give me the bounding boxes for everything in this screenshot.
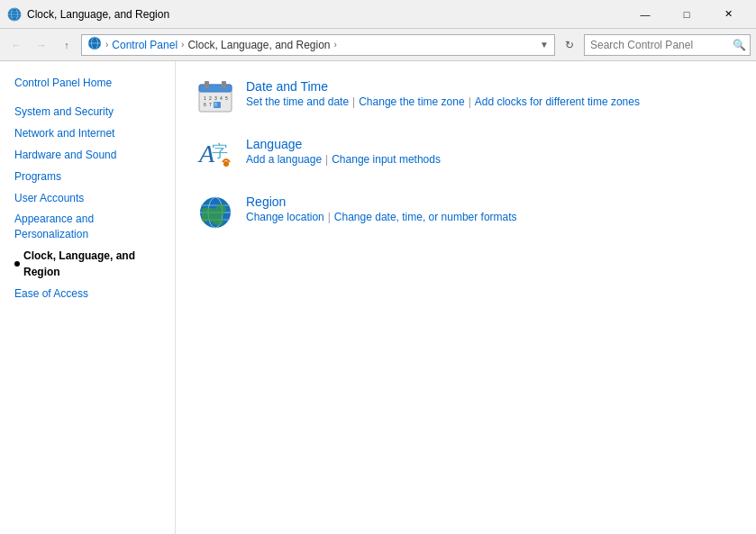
sidebar-item-ease-of-access[interactable]: Ease of Access [0, 283, 175, 304]
svg-text:3: 3 [214, 95, 217, 101]
sidebar-item-clock-label: Clock, Language, and Region [23, 248, 160, 280]
svg-text:8: 8 [214, 102, 217, 107]
date-time-link-0[interactable]: Set the time and date [246, 95, 349, 108]
sidebar-item-home[interactable]: Control Panel Home [0, 72, 175, 94]
content-item-region: Region Change location | Change date, ti… [197, 195, 734, 231]
content-item-date-time: 1 2 3 4 5 6 7 8 Date and Time Set the ti… [197, 79, 734, 115]
date-time-icon: 1 2 3 4 5 6 7 8 [197, 79, 233, 115]
svg-text:7: 7 [209, 102, 212, 107]
sidebar-item-hardware[interactable]: Hardware and Sound [0, 144, 175, 166]
sidebar-item-system[interactable]: System and Security [0, 101, 175, 122]
address-bar: ← → ↑ › Control Panel › Clock, Language,… [0, 29, 756, 61]
region-icon [197, 195, 233, 231]
date-time-details: Date and Time Set the time and date | Ch… [246, 79, 640, 108]
sidebar: Control Panel Home System and Security N… [0, 61, 176, 534]
path-separator-1: › [105, 40, 108, 50]
sidebar-item-programs[interactable]: Programs [0, 166, 175, 187]
address-path[interactable]: › Control Panel › Clock, Language, and R… [81, 34, 555, 56]
sidebar-item-network[interactable]: Network and Internet [0, 122, 175, 144]
region-title[interactable]: Region [246, 195, 286, 209]
minimize-button[interactable]: — [624, 0, 666, 29]
path-current: Clock, Language, and Region [187, 39, 330, 51]
svg-text:字: 字 [212, 142, 228, 160]
svg-rect-10 [205, 81, 209, 88]
content-area: 1 2 3 4 5 6 7 8 Date and Time Set the ti… [176, 61, 756, 534]
sep-0: | [352, 95, 355, 108]
search-input[interactable] [590, 39, 733, 51]
sep-2: | [325, 153, 328, 166]
language-details: Language Add a language | Change input m… [246, 137, 441, 166]
sidebar-item-clock[interactable]: Clock, Language, and Region [0, 245, 175, 283]
language-icon: A 字 [197, 137, 233, 173]
close-button[interactable]: ✕ [707, 0, 749, 29]
sidebar-item-appearance[interactable]: Appearance and Personalization [0, 209, 175, 245]
date-time-link-1[interactable]: Change the time zone [359, 95, 464, 108]
svg-text:4: 4 [220, 95, 223, 101]
svg-point-23 [223, 161, 229, 167]
active-bullet-icon [14, 261, 20, 267]
forward-button[interactable]: → [31, 34, 52, 56]
region-link-0[interactable]: Change location [246, 211, 324, 223]
path-dropdown-arrow[interactable]: ▼ [540, 40, 549, 50]
language-link-0[interactable]: Add a language [246, 153, 322, 166]
date-time-link-2[interactable]: Add clocks for different time zones [475, 95, 640, 108]
search-icon[interactable]: 🔍 [733, 39, 746, 51]
title-bar: Clock, Language, and Region — □ ✕ [0, 0, 756, 29]
svg-rect-9 [199, 85, 232, 92]
window-controls: — □ ✕ [624, 0, 749, 29]
path-icon [87, 36, 102, 53]
svg-text:5: 5 [225, 95, 228, 101]
svg-rect-11 [222, 81, 226, 88]
svg-text:1: 1 [204, 95, 206, 101]
path-separator-3: › [334, 40, 337, 50]
path-separator-2: › [181, 40, 184, 50]
back-button[interactable]: ← [5, 34, 27, 56]
search-box: 🔍 [584, 34, 751, 56]
language-title[interactable]: Language [246, 137, 302, 151]
main-layout: Control Panel Home System and Security N… [0, 61, 756, 534]
window-title: Clock, Language, and Region [27, 8, 624, 21]
path-root[interactable]: Control Panel [112, 39, 178, 51]
window-icon [7, 7, 22, 22]
sep-3: | [328, 211, 331, 223]
maximize-button[interactable]: □ [666, 0, 707, 29]
sep-1: | [469, 95, 471, 108]
region-link-1[interactable]: Change date, time, or number formats [334, 211, 517, 223]
svg-text:6: 6 [204, 102, 206, 107]
region-links: Change location | Change date, time, or … [246, 211, 517, 223]
svg-text:2: 2 [209, 95, 212, 101]
sidebar-item-user-accounts[interactable]: User Accounts [0, 187, 175, 209]
content-item-language: A 字 Language Add a language | Change inp… [197, 137, 734, 173]
up-button[interactable]: ↑ [56, 34, 77, 56]
language-links: Add a language | Change input methods [246, 153, 441, 166]
language-link-1[interactable]: Change input methods [332, 153, 441, 166]
refresh-button[interactable]: ↻ [559, 34, 580, 56]
date-time-title[interactable]: Date and Time [246, 79, 328, 94]
region-details: Region Change location | Change date, ti… [246, 195, 517, 223]
date-time-links: Set the time and date | Change the time … [246, 95, 640, 108]
